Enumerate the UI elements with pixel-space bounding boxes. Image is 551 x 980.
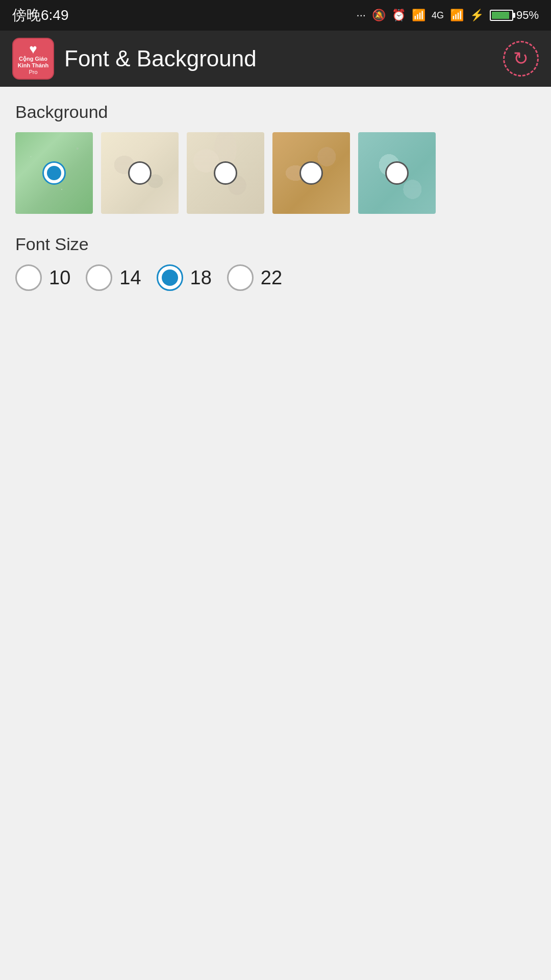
font-radio-14 xyxy=(86,264,112,291)
bg-option-3[interactable] xyxy=(187,132,264,214)
refresh-icon: ↺ xyxy=(513,48,529,69)
lightning-icon: ⚡ xyxy=(470,9,484,22)
logo-text-kinh-thanh: Kinh Thánh xyxy=(18,62,49,69)
status-icons: ··· 🔕 ⏰ 📶 4G 📶 ⚡ 95% xyxy=(357,9,539,22)
status-bar: 傍晚6:49 ··· 🔕 ⏰ 📶 4G 📶 ⚡ 95% xyxy=(0,0,551,31)
font-size-value-22: 22 xyxy=(261,267,282,289)
bg-option-4[interactable] xyxy=(272,132,350,214)
battery-icon xyxy=(490,10,513,21)
app-header: ♥ Cộng Giáo Kinh Thánh Pro Font & Backgr… xyxy=(0,31,551,87)
font-size-value-18: 18 xyxy=(190,267,212,289)
bg-radio-4 xyxy=(299,161,323,185)
alarm-icon: ⏰ xyxy=(392,9,406,22)
font-radio-dot-18 xyxy=(162,270,178,286)
logo-text-pro: Pro xyxy=(29,69,37,75)
main-content: Background Font Size xyxy=(0,87,551,980)
bg-radio-inner-1 xyxy=(47,166,61,180)
bg-radio-3 xyxy=(214,161,237,185)
bg-radio-1 xyxy=(42,161,66,185)
bg-radio-5 xyxy=(385,161,409,185)
page-title: Font & Background xyxy=(64,46,493,71)
background-thumbnails xyxy=(15,132,536,214)
font-radio-18 xyxy=(157,264,183,291)
bg-option-5[interactable] xyxy=(358,132,436,214)
logo-heart-icon: ♥ xyxy=(29,42,37,56)
font-size-section: Font Size 10 14 18 22 xyxy=(15,234,536,291)
battery-container: 95% xyxy=(490,9,539,22)
logo-text-cong-giao: Cộng Giáo xyxy=(19,56,47,62)
wifi-icon: 📶 xyxy=(412,9,425,22)
font-size-label: Font Size xyxy=(15,234,536,254)
battery-fill xyxy=(492,12,509,19)
font-size-value-14: 14 xyxy=(119,267,141,289)
signal-bars-icon: 📶 xyxy=(450,9,464,22)
font-radio-10 xyxy=(15,264,42,291)
font-size-options: 10 14 18 22 xyxy=(15,264,536,291)
font-option-14[interactable]: 14 xyxy=(86,264,141,291)
bg-radio-2 xyxy=(128,161,152,185)
bg-option-1[interactable] xyxy=(15,132,93,214)
signal-dots-icon: ··· xyxy=(357,9,366,22)
app-logo: ♥ Cộng Giáo Kinh Thánh Pro xyxy=(12,38,54,80)
font-radio-22 xyxy=(227,264,254,291)
bg-option-2[interactable] xyxy=(101,132,179,214)
status-time: 傍晚6:49 xyxy=(12,6,69,25)
refresh-button[interactable]: ↺ xyxy=(503,41,539,77)
font-size-value-10: 10 xyxy=(49,267,70,289)
font-option-22[interactable]: 22 xyxy=(227,264,282,291)
battery-percent: 95% xyxy=(516,9,539,22)
bell-off-icon: 🔕 xyxy=(372,9,386,22)
font-option-18[interactable]: 18 xyxy=(157,264,212,291)
cellular-icon: 4G xyxy=(432,10,444,21)
background-label: Background xyxy=(15,102,536,122)
font-option-10[interactable]: 10 xyxy=(15,264,70,291)
background-section: Background xyxy=(15,102,536,214)
